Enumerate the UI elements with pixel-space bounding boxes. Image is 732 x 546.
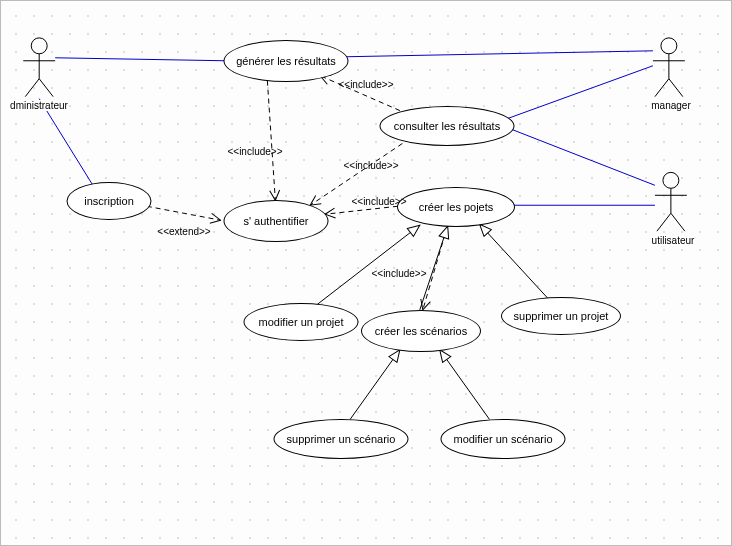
svg-line-3: [25, 79, 39, 97]
actor-manager-icon: [653, 38, 685, 97]
stereo-include-2: <<include>>: [227, 146, 282, 157]
assoc-admin-inscription: [39, 99, 96, 191]
usecase-modifier-projet: modifier un projet: [244, 303, 359, 341]
assoc-manager-consulter: [507, 66, 652, 119]
svg-line-14: [671, 213, 685, 231]
usecase-creer-scenarios: créer les scénarios: [361, 310, 481, 352]
svg-point-5: [661, 38, 677, 54]
svg-point-0: [31, 38, 47, 54]
diagram-canvas: dministrateur manager utilisateur génére…: [0, 0, 732, 546]
dep-inscription-auth: [147, 206, 221, 220]
assoc-admin-generer: [55, 58, 225, 61]
actor-user-label: utilisateur: [651, 235, 696, 246]
usecase-supprimer-scenario: supprimer un scénario: [274, 419, 409, 459]
usecase-creer-projets: créer les pojets: [397, 187, 515, 227]
actor-manager-label: manager: [650, 100, 691, 111]
usecase-modifier-scenario: modifier un scénario: [441, 419, 566, 459]
svg-line-13: [657, 213, 671, 231]
usecase-auth: s' authentifier: [224, 200, 329, 242]
assoc-user-consulter: [509, 129, 654, 186]
actor-admin-label: dministrateur: [9, 100, 69, 111]
svg-point-10: [663, 172, 679, 188]
usecase-consulter: consulter les résultats: [380, 106, 515, 146]
stereo-include-4: <<include>>: [351, 196, 406, 207]
usecase-inscription: inscription: [67, 182, 152, 220]
dep-creerprojets-auth: [325, 206, 398, 214]
usecase-supprimer-projet: supprimer un projet: [501, 297, 621, 335]
actor-admin-icon: [23, 38, 55, 97]
svg-line-9: [669, 79, 683, 97]
stereo-include-3: <<include>>: [343, 160, 398, 171]
svg-line-8: [655, 79, 669, 97]
usecase-generer: générer les résultats: [224, 40, 349, 82]
gen-supprscenario-scenarios: [350, 350, 400, 420]
stereo-include-5: <<include>>: [371, 268, 426, 279]
gen-modscenario-scenarios: [440, 350, 490, 420]
dep-generer-auth: [267, 81, 275, 201]
stereo-include-1: <<include>>: [338, 79, 393, 90]
gen-supprprojet-creerprojets: [480, 224, 550, 300]
stereo-extend-1: <<extend>>: [157, 226, 210, 237]
assoc-manager-generer: [344, 51, 653, 57]
actor-user-icon: [655, 172, 687, 231]
svg-line-4: [39, 79, 53, 97]
